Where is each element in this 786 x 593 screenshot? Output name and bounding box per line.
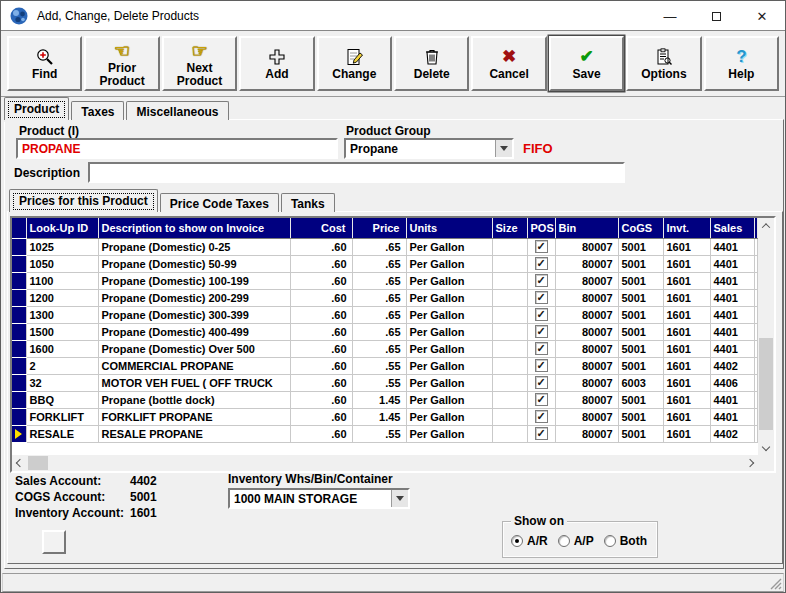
cell-desc[interactable]: Propane (Domestic) 50-99 (98, 255, 290, 272)
table-row[interactable]: 1200Propane (Domestic) 200-299.60.65Per … (12, 289, 758, 306)
cell-units[interactable]: Per Gallon (406, 391, 492, 408)
cell-units[interactable]: Per Gallon (406, 255, 492, 272)
maximize-button[interactable] (693, 1, 739, 31)
cell-units[interactable]: Per Gallon (406, 272, 492, 289)
row-marker[interactable] (12, 272, 26, 289)
cell-price[interactable]: .65 (352, 323, 406, 340)
table-row[interactable]: 2COMMERCIAL PROPANE.60.55Per Gallon✓8000… (12, 357, 758, 374)
current-row-marker[interactable] (12, 425, 26, 442)
row-marker[interactable] (12, 391, 26, 408)
cell-price[interactable]: .65 (352, 340, 406, 357)
cell-cost[interactable]: .60 (290, 323, 352, 340)
cell-desc[interactable]: Propane (Domestic) 400-499 (98, 323, 290, 340)
radio-option-ap[interactable]: A/P (558, 534, 594, 548)
cell-units[interactable]: Per Gallon (406, 357, 492, 374)
cell-bin[interactable]: 80007 (555, 357, 618, 374)
cell-price[interactable]: 1.45 (352, 408, 406, 425)
pos-checkbox[interactable]: ✓ (535, 359, 548, 372)
tab-taxes[interactable]: Taxes (71, 101, 124, 120)
cell-invt[interactable]: 1601 (663, 340, 710, 357)
cell-invt[interactable]: 1601 (663, 323, 710, 340)
cell-cogs[interactable]: 5001 (618, 357, 663, 374)
cell-cogs[interactable]: 5001 (618, 289, 663, 306)
header-cogs[interactable]: CoGS (618, 218, 663, 238)
cell-sales[interactable]: 4401 (710, 391, 754, 408)
cell-size[interactable] (492, 238, 527, 255)
pos-checkbox[interactable]: ✓ (535, 308, 548, 321)
cell-sales[interactable]: 4401 (710, 289, 754, 306)
cell-cost[interactable]: .60 (290, 408, 352, 425)
pos-checkbox[interactable]: ✓ (535, 393, 548, 406)
table-row[interactable]: 1025Propane (Domestic) 0-25.60.65Per Gal… (12, 238, 758, 255)
pos-checkbox[interactable]: ✓ (535, 325, 548, 338)
cell-price[interactable]: .65 (352, 255, 406, 272)
cell-price[interactable]: .65 (352, 289, 406, 306)
cell-size[interactable] (492, 272, 527, 289)
cell-desc[interactable]: Propane (Domestic) 300-399 (98, 306, 290, 323)
cell-bin[interactable]: 80007 (555, 391, 618, 408)
cell-invt[interactable]: 1601 (663, 357, 710, 374)
cell-cost[interactable]: .60 (290, 425, 352, 442)
cell-lookup[interactable]: 1600 (26, 340, 98, 357)
cell-pos[interactable]: ✓ (527, 238, 555, 255)
cell-cost[interactable]: .60 (290, 255, 352, 272)
row-marker[interactable] (12, 374, 26, 391)
tab-product[interactable]: Product (4, 97, 69, 120)
cell-desc[interactable]: Propane (Domestic) Over 500 (98, 340, 290, 357)
cell-lookup[interactable]: BBQ (26, 391, 98, 408)
cell-bin[interactable]: 80007 (555, 408, 618, 425)
cell-cogs[interactable]: 6003 (618, 374, 663, 391)
cell-size[interactable] (492, 289, 527, 306)
cell-lookup[interactable]: 1500 (26, 323, 98, 340)
cell-price[interactable]: .55 (352, 374, 406, 391)
cell-pos[interactable]: ✓ (527, 323, 555, 340)
cell-lookup[interactable]: 1100 (26, 272, 98, 289)
cell-invt[interactable]: 1601 (663, 425, 710, 442)
cell-desc[interactable]: RESALE PROPANE (98, 425, 290, 442)
cell-invt[interactable]: 1601 (663, 289, 710, 306)
pos-checkbox[interactable]: ✓ (535, 240, 548, 253)
cell-size[interactable] (492, 357, 527, 374)
title-bar[interactable]: Add, Change, Delete Products — ✕ (1, 1, 785, 31)
cell-cogs[interactable]: 5001 (618, 238, 663, 255)
row-marker[interactable] (12, 255, 26, 272)
cell-bin[interactable]: 80007 (555, 425, 618, 442)
cell-pos[interactable]: ✓ (527, 408, 555, 425)
header-price[interactable]: Price (352, 218, 406, 238)
cell-sales[interactable]: 4401 (710, 306, 754, 323)
cell-desc[interactable]: Propane (Domestic) 100-199 (98, 272, 290, 289)
cell-desc[interactable]: COMMERCIAL PROPANE (98, 357, 290, 374)
cell-size[interactable] (492, 425, 527, 442)
cell-bin[interactable]: 80007 (555, 289, 618, 306)
row-marker[interactable] (12, 289, 26, 306)
cell-size[interactable] (492, 255, 527, 272)
cell-cogs[interactable]: 5001 (618, 391, 663, 408)
cell-cogs[interactable]: 5001 (618, 408, 663, 425)
scroll-left-button[interactable] (12, 455, 28, 471)
table-row[interactable]: FORKLIFTFORKLIFT PROPANE.601.45Per Gallo… (12, 408, 758, 425)
pos-checkbox[interactable]: ✓ (535, 291, 548, 304)
cell-size[interactable] (492, 374, 527, 391)
tab-price-code-taxes[interactable]: Price Code Taxes (160, 193, 279, 212)
cell-pos[interactable]: ✓ (527, 357, 555, 374)
options-button[interactable]: Options (626, 36, 701, 91)
prior-product-button[interactable]: ☜ Prior Product (84, 36, 159, 91)
cell-units[interactable]: Per Gallon (406, 238, 492, 255)
cell-cost[interactable]: .60 (290, 272, 352, 289)
pos-checkbox[interactable]: ✓ (535, 427, 548, 440)
cell-sales[interactable]: 4401 (710, 323, 754, 340)
cell-price[interactable]: .65 (352, 238, 406, 255)
row-marker[interactable] (12, 306, 26, 323)
cell-pos[interactable]: ✓ (527, 425, 555, 442)
find-button[interactable]: Find (7, 36, 82, 91)
cell-desc[interactable]: Propane (Domestic) 0-25 (98, 238, 290, 255)
cell-units[interactable]: Per Gallon (406, 408, 492, 425)
pos-checkbox[interactable]: ✓ (535, 274, 548, 287)
pos-checkbox[interactable]: ✓ (535, 342, 548, 355)
horizontal-scrollbar[interactable] (12, 455, 758, 471)
table-row[interactable]: 1300Propane (Domestic) 300-399.60.65Per … (12, 306, 758, 323)
cell-units[interactable]: Per Gallon (406, 306, 492, 323)
next-product-button[interactable]: ☞ Next Product (162, 36, 237, 91)
cell-lookup[interactable]: 1025 (26, 238, 98, 255)
help-button[interactable]: ? Help (704, 36, 779, 91)
